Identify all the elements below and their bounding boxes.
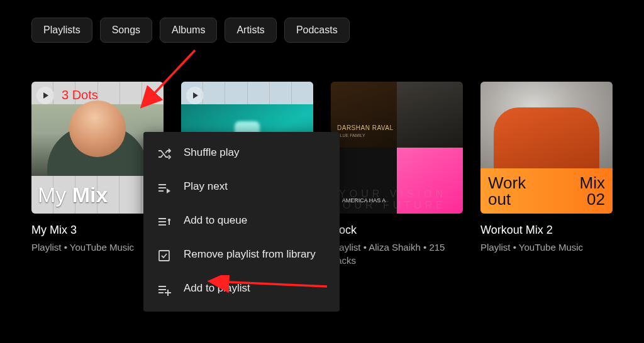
cover-band-text: 02 bbox=[580, 191, 605, 207]
cover-tile bbox=[331, 82, 397, 148]
menu-item-label: Play next bbox=[184, 180, 228, 194]
queue-icon bbox=[156, 214, 172, 230]
menu-item-label: Shuffle play bbox=[184, 146, 240, 160]
svg-rect-12 bbox=[158, 292, 164, 293]
menu-item-add-to-queue[interactable]: Add to queue bbox=[143, 205, 340, 239]
svg-rect-9 bbox=[159, 251, 169, 261]
playlist-card-workout2[interactable]: Work out Mix 02 Workout Mix 2 Playlist •… bbox=[480, 82, 613, 267]
svg-rect-1 bbox=[158, 184, 166, 185]
svg-line-15 bbox=[214, 281, 327, 286]
cover-band-text: Work bbox=[488, 175, 526, 191]
svg-rect-4 bbox=[158, 218, 166, 219]
cover-artist-image bbox=[480, 82, 613, 168]
menu-item-shuffle-play[interactable]: Shuffle play bbox=[143, 137, 340, 171]
svg-rect-5 bbox=[158, 221, 166, 222]
tab-playlists[interactable]: Playlists bbox=[31, 18, 92, 43]
annotation-3dots-label: 3 Dots bbox=[62, 88, 98, 102]
cover-tile bbox=[397, 82, 463, 148]
tab-albums[interactable]: Albums bbox=[160, 18, 217, 43]
svg-rect-14 bbox=[165, 292, 171, 293]
playlist-add-icon bbox=[156, 281, 172, 298]
playlist-subtitle: Playlist • Aliza Shaikh • 215 tracks bbox=[331, 241, 463, 267]
cover-text: BLUE FAMILY bbox=[337, 133, 365, 138]
play-next-icon bbox=[156, 180, 172, 196]
cover-band-text: out bbox=[488, 191, 526, 207]
playlist-subtitle: Playlist • YouTube Music bbox=[480, 241, 613, 254]
cover-band-bold: Mix bbox=[72, 183, 108, 207]
cover-band-text: Mix bbox=[580, 175, 605, 191]
menu-item-label: Remove playlist from library bbox=[184, 248, 316, 262]
playlist-title[interactable]: Workout Mix 2 bbox=[480, 224, 613, 237]
annotation-arrow-to-remove bbox=[208, 275, 333, 294]
cover-title-band: Work out Mix 02 bbox=[480, 168, 613, 214]
tab-songs[interactable]: Songs bbox=[100, 18, 152, 43]
play-icon[interactable] bbox=[36, 87, 54, 104]
playlist-card-rock[interactable]: AMERICA HAS A DARSHAN RAVAL BLUE FAMILY … bbox=[331, 82, 463, 267]
playlist-cover[interactable]: AMERICA HAS A DARSHAN RAVAL BLUE FAMILY bbox=[331, 82, 463, 214]
cover-tile: AMERICA HAS A bbox=[331, 148, 397, 214]
shuffle-icon bbox=[156, 146, 172, 162]
svg-line-0 bbox=[145, 50, 195, 104]
svg-rect-2 bbox=[158, 187, 166, 188]
svg-rect-10 bbox=[158, 286, 166, 287]
menu-item-remove-from-library[interactable]: Remove playlist from library bbox=[143, 239, 340, 273]
annotation-arrow-to-3dots bbox=[126, 44, 201, 119]
cover-text: DARSHAN RAVAL bbox=[337, 124, 393, 131]
tab-podcasts[interactable]: Podcasts bbox=[284, 18, 350, 43]
svg-rect-8 bbox=[169, 220, 170, 225]
library-check-icon bbox=[156, 248, 172, 264]
menu-item-play-next[interactable]: Play next bbox=[143, 171, 340, 205]
svg-rect-11 bbox=[158, 289, 166, 290]
svg-rect-3 bbox=[158, 190, 164, 192]
playlist-cover[interactable]: Work out Mix 02 bbox=[480, 82, 613, 214]
menu-item-label: Add to queue bbox=[184, 214, 247, 228]
library-filter-tabs: Playlists Songs Albums Artists Podcasts bbox=[0, 0, 644, 43]
svg-rect-6 bbox=[158, 224, 166, 226]
cover-tile bbox=[397, 148, 463, 214]
playlist-title[interactable]: Rock bbox=[331, 224, 463, 237]
tab-artists[interactable]: Artists bbox=[225, 18, 276, 43]
cover-band-prefix: My bbox=[38, 183, 66, 207]
